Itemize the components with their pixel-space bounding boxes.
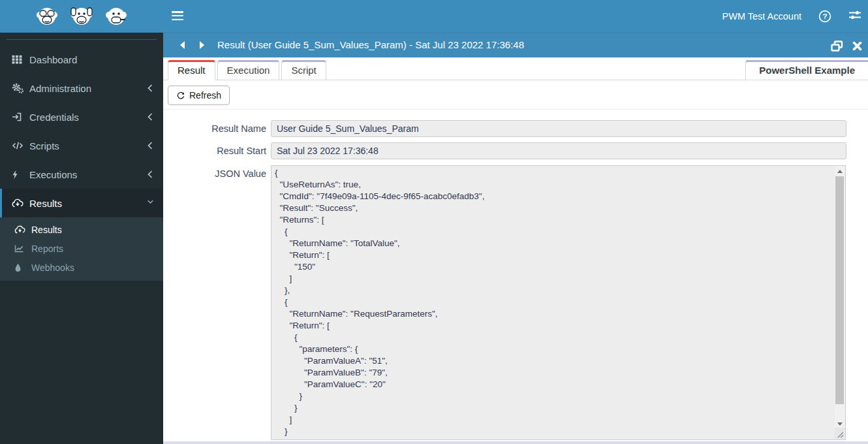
sidebar-menu: Dashboard Administration xyxy=(0,45,163,217)
settings-sliders-icon[interactable] xyxy=(848,10,861,23)
sidebar: Dashboard Administration xyxy=(0,33,163,444)
tab-execution[interactable]: Execution xyxy=(217,60,280,80)
window-restore-icon[interactable] xyxy=(831,40,843,52)
chart-line-icon xyxy=(14,244,25,253)
app-window: PWM Test Account ? xyxy=(0,0,868,444)
nav-next-icon[interactable] xyxy=(199,40,206,50)
submenu-item-webhooks[interactable]: Webhooks xyxy=(0,258,163,277)
sidebar-item-label: Executions xyxy=(29,169,77,180)
sidebar-item-dashboard[interactable]: Dashboard xyxy=(0,45,163,74)
grid-icon xyxy=(12,54,23,65)
chevron-down-icon xyxy=(147,199,153,207)
sidebar-item-executions[interactable]: Executions xyxy=(0,160,163,189)
content-horizontal-scrollbar[interactable] xyxy=(163,441,868,444)
cloud-download-icon xyxy=(14,225,25,234)
scrollbar-thumb[interactable] xyxy=(835,176,844,404)
svg-text:?: ? xyxy=(822,12,827,20)
droplet-icon xyxy=(14,262,25,272)
three-monkeys-icon xyxy=(29,3,134,30)
nav-previous-icon[interactable] xyxy=(179,40,186,50)
json-value-textarea[interactable]: { "UseReturnAs": true, "CmdId": "7f49e09… xyxy=(271,165,846,440)
result-name-input[interactable] xyxy=(271,120,846,137)
sidebar-item-administration[interactable]: Administration xyxy=(0,74,163,103)
gears-icon xyxy=(12,83,23,93)
code-icon xyxy=(12,140,23,151)
submenu-item-results[interactable]: Results xyxy=(0,220,163,239)
refresh-button[interactable]: Refresh xyxy=(168,86,230,105)
sidebar-item-results[interactable]: Results xyxy=(0,189,163,217)
chevron-left-icon xyxy=(147,170,153,178)
result-name-label: Result Name xyxy=(163,120,266,137)
sidebar-item-label: Results xyxy=(29,198,62,209)
sidebar-toggle-button[interactable] xyxy=(172,11,183,22)
json-value-content[interactable]: { "UseReturnAs": true, "CmdId": "7f49e09… xyxy=(272,166,833,439)
logo-three-monkeys[interactable] xyxy=(0,0,163,33)
sidebar-item-label: Dashboard xyxy=(29,54,77,65)
tab-script[interactable]: Script xyxy=(281,60,326,80)
account-menu[interactable]: PWM Test Account xyxy=(722,11,801,22)
chevron-left-icon xyxy=(147,113,153,121)
textarea-resize-grip[interactable] xyxy=(835,428,845,439)
json-scrollbar[interactable] xyxy=(835,166,845,429)
sidebar-item-label: Scripts xyxy=(29,140,59,151)
cloud-download-icon xyxy=(12,198,23,208)
results-submenu: Results Reports Webhooks xyxy=(0,217,163,281)
sign-in-icon xyxy=(12,112,23,122)
chevron-left-icon xyxy=(147,142,153,150)
help-icon[interactable]: ? xyxy=(818,10,831,23)
navbar-right: PWM Test Account ? xyxy=(722,0,861,33)
sidebar-item-scripts[interactable]: Scripts xyxy=(0,131,163,160)
chevron-left-icon xyxy=(147,84,153,92)
submenu-item-label: Webhooks xyxy=(31,262,74,273)
sidebar-item-label: Credentials xyxy=(29,112,79,123)
json-value-label: JSON Value xyxy=(163,167,266,180)
result-toolbar: Refresh xyxy=(163,80,868,110)
sidebar-divider xyxy=(7,39,157,40)
submenu-item-label: Results xyxy=(31,225,62,235)
result-start-label: Result Start xyxy=(163,142,266,159)
tab-powershell-example[interactable]: PowerShell Example xyxy=(745,60,868,80)
submenu-item-label: Reports xyxy=(31,244,63,254)
tab-result[interactable]: Result xyxy=(168,60,215,80)
window-title: Result (User Guide 5_Sum_Values_Param) -… xyxy=(217,39,524,50)
result-window-titlebar: Result (User Guide 5_Sum_Values_Param) -… xyxy=(163,33,868,57)
submenu-item-reports[interactable]: Reports xyxy=(0,239,163,258)
refresh-label: Refresh xyxy=(189,90,221,101)
sidebar-item-credentials[interactable]: Credentials xyxy=(0,103,163,131)
scrollbar-up-icon[interactable] xyxy=(835,166,845,176)
result-start-input[interactable] xyxy=(271,142,846,159)
tab-bar: Result Execution Script PowerShell Examp… xyxy=(163,57,868,80)
window-close-icon[interactable] xyxy=(852,41,862,51)
sidebar-item-label: Administration xyxy=(29,83,91,94)
result-form: Result Name Result Start JSON Value { "U… xyxy=(163,110,868,444)
bolt-icon xyxy=(12,169,23,180)
top-navbar: PWM Test Account ? xyxy=(0,0,868,33)
refresh-icon xyxy=(176,91,185,100)
